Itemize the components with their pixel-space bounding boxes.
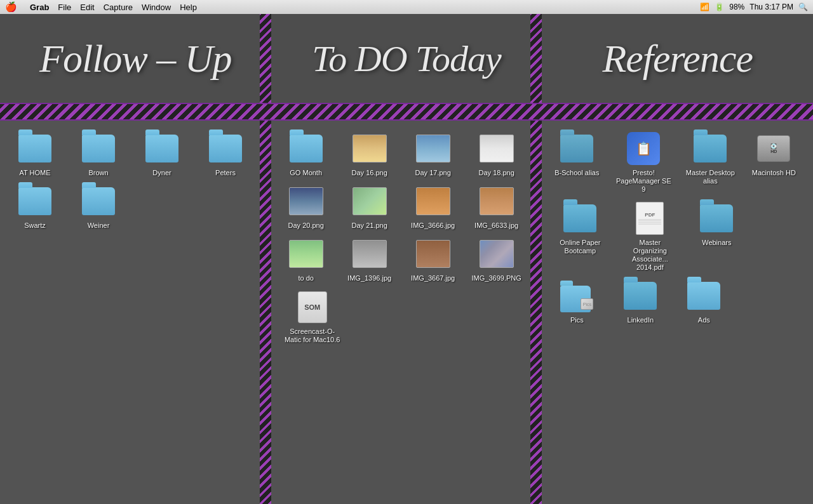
linkedin-label: LinkedIn	[628, 316, 654, 324]
webinars-label: Webinars	[702, 239, 731, 247]
item-ads[interactable]: Ads	[675, 278, 732, 324]
brown-label: Brown	[88, 169, 108, 177]
column-headers: Follow – Up To DO Today Reference	[0, 14, 813, 103]
brown-icon	[81, 131, 116, 166]
day21-label: Day 21.png	[352, 222, 387, 230]
at-home-label: AT HOME	[19, 169, 50, 177]
master-organizing-icon: PDF	[632, 201, 668, 236]
item-screencast[interactable]: SOM Screencast-O-Matic for Mac10.6	[278, 289, 347, 344]
item-at-home[interactable]: AT HOME	[6, 131, 64, 177]
item-day16[interactable]: Day 16.png	[341, 131, 398, 177]
item-img3699[interactable]: IMG_3699.PNG	[468, 236, 525, 282]
item-img6633[interactable]: IMG_6633.jpg	[468, 183, 525, 230]
item-weiner[interactable]: Weiner	[70, 183, 127, 230]
dyner-icon	[144, 131, 180, 166]
screencast-label: Screencast-O-Matic for Mac10.6	[285, 328, 340, 344]
linkedin-icon	[622, 278, 658, 314]
go-month-icon	[288, 131, 324, 166]
weiner-label: Weiner	[88, 222, 110, 230]
menubar: 🍎 Grab File Edit Capture Window Help 📶 🔋…	[0, 0, 813, 14]
online-paper-label: Online Paper Bootcamp	[552, 239, 608, 255]
reference-title: Reference	[602, 36, 753, 81]
bschool-label: B-School alias	[554, 169, 599, 177]
item-master-organizing[interactable]: PDF Master Organizing Associate... 2014.…	[618, 201, 682, 272]
item-todo-img[interactable]: to do	[278, 236, 335, 282]
bschool-icon	[559, 131, 595, 166]
presto-icon: 📋	[626, 131, 661, 166]
item-swartz[interactable]: Swartz	[6, 183, 64, 230]
item-img3666[interactable]: IMG_3666.jpg	[405, 183, 462, 230]
img3667-label: IMG_3667.jpg	[411, 274, 455, 282]
menubar-capture[interactable]: Capture	[104, 3, 133, 12]
ads-icon	[686, 278, 722, 314]
day20-label: Day 20.png	[288, 222, 324, 230]
day16-icon	[352, 131, 387, 166]
todo-header: To DO Today	[271, 14, 542, 103]
columns-content: AT HOME Brown Dyner Peters	[0, 121, 813, 504]
peters-icon	[208, 131, 243, 166]
master-organizing-label: Master Organizing Associate... 2014.pdf	[622, 239, 678, 272]
item-go-month[interactable]: GO Month	[278, 131, 335, 177]
item-img1396[interactable]: IMG_1396.jpg	[341, 236, 398, 282]
weiner-icon	[81, 183, 116, 219]
item-dyner[interactable]: Dyner	[133, 131, 191, 177]
column-reference: B-School alias 📋 Presto! PageManager SE …	[542, 121, 813, 504]
pics-icon: Pics	[559, 278, 595, 314]
item-day20[interactable]: Day 20.png	[278, 183, 335, 230]
item-online-paper[interactable]: Online Paper Bootcamp	[548, 201, 612, 272]
menubar-edit[interactable]: Edit	[80, 3, 94, 12]
master-desktop-icon	[692, 131, 728, 166]
item-img3667[interactable]: IMG_3667.jpg	[405, 236, 462, 282]
menubar-left: 🍎 Grab File Edit Capture Window Help	[5, 1, 197, 13]
item-presto[interactable]: 📋 Presto! PageManager SE 9	[612, 131, 675, 194]
online-paper-icon	[562, 201, 598, 236]
menubar-window[interactable]: Window	[142, 3, 171, 12]
swartz-icon	[17, 183, 53, 219]
item-master-desktop[interactable]: Master Desktop alias	[682, 131, 739, 194]
webinars-icon	[699, 201, 734, 236]
item-day18[interactable]: Day 18.png	[468, 131, 525, 177]
battery-icon: 🔋	[715, 3, 724, 11]
search-icon[interactable]: 🔍	[798, 3, 808, 11]
day17-label: Day 17.png	[415, 169, 451, 177]
presto-label: Presto! PageManager SE 9	[615, 169, 671, 194]
menubar-file[interactable]: File	[58, 3, 71, 12]
menubar-help[interactable]: Help	[180, 3, 197, 12]
img1396-label: IMG_1396.jpg	[347, 274, 391, 282]
item-day17[interactable]: Day 17.png	[405, 131, 462, 177]
screencast-icon: SOM	[295, 289, 330, 325]
day17-icon	[415, 131, 451, 166]
item-linkedin[interactable]: LinkedIn	[612, 278, 669, 324]
at-home-icon	[17, 131, 53, 166]
item-pics[interactable]: Pics Pics	[548, 278, 605, 324]
img1396-icon	[352, 236, 387, 272]
follow-up-title: Follow – Up	[39, 36, 231, 81]
desktop: Follow – Up To DO Today Reference AT HOM…	[0, 14, 813, 504]
peters-label: Peters	[215, 169, 236, 177]
day20-icon	[288, 183, 324, 219]
todo-img-icon	[288, 236, 324, 272]
column-todo: GO Month Day 16.png Day 17.png	[271, 121, 542, 504]
menubar-app[interactable]: Grab	[30, 3, 49, 12]
day18-icon	[479, 131, 514, 166]
day18-label: Day 18.png	[479, 169, 514, 177]
dyner-label: Dyner	[152, 169, 171, 177]
img3666-label: IMG_3666.jpg	[411, 222, 455, 230]
column-follow-up: AT HOME Brown Dyner Peters	[0, 121, 271, 504]
item-macintosh-hd[interactable]: 💽 HD Macintosh HD	[745, 131, 802, 194]
ads-label: Ads	[698, 316, 710, 324]
item-brown[interactable]: Brown	[70, 131, 127, 177]
item-bschool[interactable]: B-School alias	[548, 131, 605, 194]
stripe-divider	[0, 103, 813, 121]
item-day21[interactable]: Day 21.png	[341, 183, 398, 230]
todo-img-label: to do	[298, 274, 313, 282]
macintosh-hd-icon: 💽 HD	[756, 131, 791, 166]
item-peters[interactable]: Peters	[197, 131, 254, 177]
pics-label: Pics	[570, 316, 584, 324]
apple-menu[interactable]: 🍎	[5, 1, 17, 13]
wifi-icon: 📶	[700, 3, 709, 11]
item-webinars[interactable]: Webinars	[688, 201, 745, 272]
menubar-right: 📶 🔋 98% Thu 3:17 PM 🔍	[700, 3, 808, 11]
img6633-label: IMG_6633.jpg	[474, 222, 518, 230]
day21-icon	[352, 183, 387, 219]
